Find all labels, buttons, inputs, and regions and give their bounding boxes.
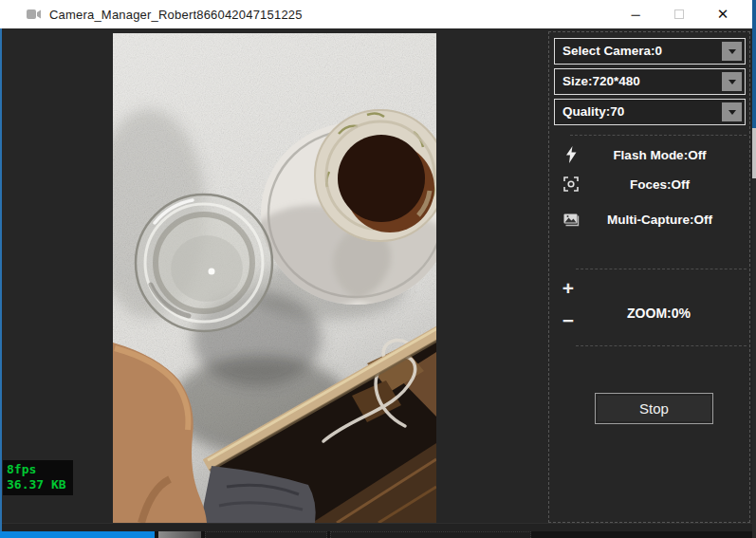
flash-mode-label: Flash Mode:Off bbox=[581, 148, 747, 162]
zoom-out-button[interactable]: − bbox=[557, 309, 580, 332]
right-edge-strip bbox=[752, 0, 756, 538]
dropdown-arrow-icon[interactable] bbox=[722, 102, 742, 121]
quality-select-dropdown[interactable]: Quality:70 bbox=[554, 99, 746, 125]
bandwidth-value: 36.37 KB bbox=[7, 477, 66, 492]
flash-icon[interactable] bbox=[562, 146, 581, 163]
focus-label: Foces:Off bbox=[581, 177, 747, 192]
app-window: Camera_Manager_Robert866042047151225 ─ ✕ bbox=[0, 0, 756, 538]
flash-mode-toggle[interactable]: Flash Mode:Off bbox=[554, 140, 747, 169]
quality-select-label: Quality:70 bbox=[562, 104, 624, 119]
focus-toggle[interactable]: Foces:Off bbox=[554, 170, 747, 198]
right-scrollbar-thumb[interactable] bbox=[752, 128, 756, 178]
fps-value: 8fps bbox=[7, 462, 66, 477]
multi-capture-toggle[interactable]: Multi-Capture:Off bbox=[554, 205, 747, 233]
focus-icon[interactable] bbox=[562, 176, 581, 193]
left-edge-accent bbox=[0, 28, 2, 531]
taskbar-segment bbox=[330, 531, 531, 538]
right-edge-accent bbox=[752, 0, 756, 128]
video-camera-icon bbox=[27, 9, 42, 20]
size-select-label: Size:720*480 bbox=[562, 74, 640, 88]
multi-capture-label: Multi-Capture:Off bbox=[581, 213, 747, 227]
size-select-dropdown[interactable]: Size:720*480 bbox=[554, 68, 746, 95]
camera-select-dropdown[interactable]: Select Camera:0 bbox=[554, 38, 746, 65]
sidebar: Select Camera:0 Size:720*480 Quality:70 … bbox=[548, 31, 750, 523]
zoom-in-button[interactable]: + bbox=[557, 277, 580, 300]
camera-feed-image bbox=[113, 33, 436, 523]
taskbar-segment bbox=[205, 531, 327, 538]
scrollbar-thumb-blue[interactable] bbox=[0, 531, 155, 538]
camera-feed bbox=[113, 33, 436, 523]
maximize-button[interactable] bbox=[657, 0, 701, 28]
taskbar-strip bbox=[0, 531, 756, 538]
dropdown-arrow-icon[interactable] bbox=[722, 42, 742, 61]
separator bbox=[576, 345, 747, 346]
zoom-level-label: ZOOM:0% bbox=[587, 306, 730, 321]
multi-capture-icon[interactable] bbox=[562, 212, 581, 227]
separator bbox=[570, 135, 747, 136]
maximize-icon bbox=[674, 9, 684, 19]
bottom-bar bbox=[0, 523, 756, 531]
camera-select-label: Select Camera:0 bbox=[562, 44, 662, 58]
close-button[interactable]: ✕ bbox=[701, 0, 745, 28]
titlebar: Camera_Manager_Robert866042047151225 ─ ✕ bbox=[0, 0, 756, 28]
separator bbox=[576, 269, 747, 269]
stop-button[interactable]: Stop bbox=[595, 393, 713, 424]
stats-overlay: 8fps 36.37 KB bbox=[3, 460, 73, 495]
dropdown-arrow-icon[interactable] bbox=[722, 72, 742, 91]
window-title: Camera_Manager_Robert866042047151225 bbox=[49, 8, 303, 22]
minimize-button[interactable]: ─ bbox=[614, 0, 657, 28]
taskbar-thumbnail bbox=[158, 531, 201, 538]
window-controls: ─ ✕ bbox=[614, 0, 745, 28]
